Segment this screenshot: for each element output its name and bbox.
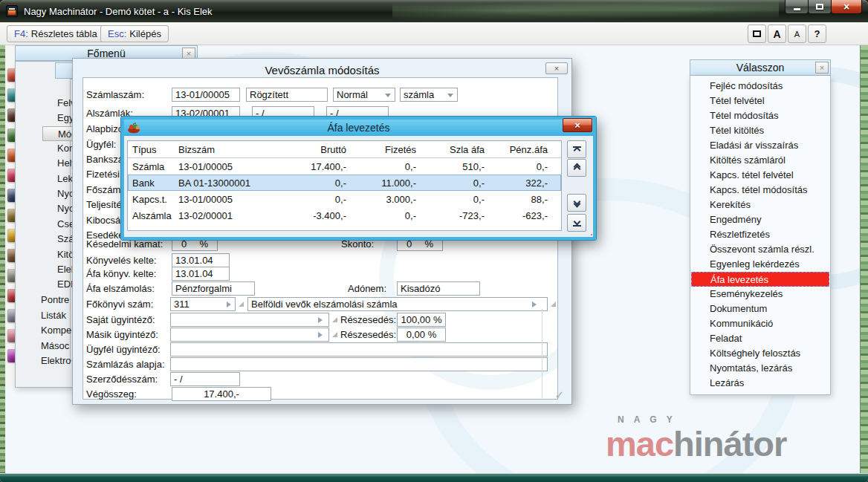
chooser-item[interactable]: Tétel kitöltés <box>690 123 830 138</box>
lookup-arrow-icon[interactable] <box>227 302 231 307</box>
billing-basis-input[interactable] <box>170 357 548 371</box>
billing-basis-label: Számlázás alapja: <box>86 359 165 370</box>
chooser-item[interactable]: Kerekítés <box>690 198 830 212</box>
other-clerk-input[interactable] <box>170 328 329 342</box>
close-button[interactable]: × <box>831 0 862 14</box>
contract-number-input[interactable]: - / <box>170 372 240 386</box>
close-icon: × <box>574 120 580 131</box>
invoice-field-label: Kibocsát <box>86 215 122 227</box>
invoice-number-input[interactable]: 13-01/00005 <box>172 88 240 102</box>
page-down-button[interactable] <box>567 194 586 212</box>
corner-triangle-icon <box>332 317 337 322</box>
font-larger-button[interactable]: A <box>768 25 786 43</box>
window-bottom-band <box>0 473 868 482</box>
invoice-field-label: Alapbizo <box>86 123 122 135</box>
minimize-icon <box>794 8 800 10</box>
client-clerk-label: Ügyfél ügyintéző: <box>86 344 161 355</box>
vat-accounting-input[interactable]: Pénzforgalmi <box>172 281 255 296</box>
chooser-panel-header[interactable]: Válasszon × <box>690 59 831 76</box>
booking-date-input[interactable]: 13.01.04 <box>172 253 230 267</box>
own-clerk-label: Saját ügyintéző: <box>86 314 155 325</box>
share2-input[interactable]: 0,00 % <box>397 328 446 342</box>
chooser-item[interactable]: Dokumentum <box>690 302 830 316</box>
titlebar: Nagy Machinátor - Demó kötet - a - Kis E… <box>0 0 868 22</box>
vat-cell: Bank <box>128 178 174 189</box>
vat-cell: -723,- <box>422 210 490 221</box>
share1-label: Részesedés: <box>340 314 396 325</box>
lookup-arrow-icon[interactable] <box>318 332 323 338</box>
lookup-arrow-icon[interactable] <box>318 317 323 323</box>
chooser-item[interactable]: Eladási ár visszaírás <box>690 138 830 153</box>
exit-button[interactable]: Esc: Kilépés <box>100 25 169 42</box>
brand-logo: NAGY machinátor <box>606 414 862 463</box>
chooser-item[interactable]: Engedmény <box>690 212 830 227</box>
chooser-title: Válasszon <box>736 62 785 74</box>
check-icon: ✓ <box>554 388 564 402</box>
vat-cell: 322,- <box>490 178 554 189</box>
vat-booking-date-input[interactable]: 13.01.04 <box>172 267 230 281</box>
vat-column-header: Típus <box>128 144 174 155</box>
invoice-dialog-close-button[interactable]: × <box>545 62 568 74</box>
window-title: Nagy Machinátor - Demó kötet - a - Kis E… <box>24 6 213 17</box>
chooser-item[interactable]: Lezárás <box>690 376 830 391</box>
vat-table-row[interactable]: Kapcs.t.13-01/000050,-3.000,-0,-88,- <box>128 191 561 207</box>
chooser-item[interactable]: Kommunikáció <box>690 316 830 331</box>
minimize-button[interactable] <box>785 0 809 14</box>
lookup-arrow-icon[interactable] <box>532 302 537 307</box>
restore-button[interactable] <box>808 0 832 14</box>
chooser-item[interactable]: Tétel felvétel <box>690 94 830 108</box>
vat-window-titlebar[interactable]: Áfa levezetés × <box>124 120 593 136</box>
chooser-item[interactable]: Eseménykezelés <box>690 287 830 302</box>
vat-breakdown-window: Áfa levezetés × TípusBizszámBruttóFizeté… <box>121 117 596 240</box>
chooser-item[interactable]: Tétel módosítás <box>690 108 830 123</box>
own-clerk-input[interactable] <box>170 313 329 327</box>
vat-cell: 13-02/00001 <box>174 210 282 221</box>
chooser-item[interactable]: Feladat <box>690 331 830 346</box>
brand-top-text: NAGY <box>618 414 862 425</box>
dropdown-icon <box>385 94 391 97</box>
help-button[interactable]: ? <box>808 25 826 43</box>
chooser-item[interactable]: Nyomtatás, lezárás <box>690 361 830 376</box>
ledger-number-input[interactable]: 311 <box>170 297 236 311</box>
tax-type-input[interactable]: Kisadózó <box>397 281 480 296</box>
detailed-table-button[interactable]: F4: Részletes tábla <box>7 25 105 42</box>
other-clerk-label: Másik ügyintéző: <box>86 329 158 340</box>
vat-table-row[interactable]: Számla13-01/0000517.400,-0,-510,-0,- <box>128 158 561 175</box>
desktop-edge-right <box>860 45 868 473</box>
vat-table-row[interactable]: BankBA 01-130000010,-11.000,-0,-322,- <box>128 175 561 191</box>
chooser-item[interactable]: Összevont számla részl. <box>690 242 830 257</box>
chooser-item[interactable]: Áfa levezetés <box>691 272 829 287</box>
chooser-item[interactable]: Kitöltés számláról <box>690 153 830 168</box>
invoice-kind-dropdown[interactable]: számla <box>400 88 458 102</box>
chooser-item[interactable]: Kapcs. tétel felvétel <box>690 168 830 183</box>
client-clerk-input[interactable] <box>170 342 548 356</box>
vat-close-button[interactable]: × <box>563 118 592 132</box>
page-up-button[interactable] <box>567 159 586 177</box>
scroll-to-bottom-button[interactable] <box>567 214 586 232</box>
vat-booking-date-label: Áfa könyv. kelte: <box>86 268 156 279</box>
vat-table-row[interactable]: Alszámla13-02/00001-3.400,-0,--723,--623… <box>128 207 561 224</box>
invoice-type-dropdown[interactable]: Normál <box>333 88 395 102</box>
chooser-item[interactable]: Fejléc módosítás <box>690 79 830 94</box>
chooser-item[interactable]: Költséghely felosztás <box>690 346 830 361</box>
share2-label: Részesedés: <box>340 329 396 340</box>
ledger-name-input[interactable]: Belföldi vevők elszámolási számla <box>247 297 548 311</box>
resize-grip[interactable] <box>588 228 595 235</box>
invoice-field-label: Fizetési <box>86 169 122 180</box>
scroll-to-top-button[interactable] <box>567 140 586 158</box>
chooser-item[interactable]: Kapcs. tétel módosítás <box>690 183 830 198</box>
vat-cell: 0,- <box>352 161 422 172</box>
vat-cell: 88,- <box>490 194 554 205</box>
chooser-item[interactable]: Egyenleg lekérdezés <box>690 257 830 272</box>
share1-input[interactable]: 100,00 % <box>397 313 446 327</box>
chooser-item[interactable]: Részletfizetés <box>690 227 830 242</box>
vat-cell: -3.400,- <box>282 210 352 221</box>
toolbar: F4: Részletes tábla Esc: Kilépés A A ? <box>0 22 868 45</box>
window-size-button[interactable] <box>748 25 766 43</box>
late-interest-label: Késedelmi kamat: <box>86 238 163 250</box>
close-icon: × <box>187 49 191 58</box>
font-smaller-button[interactable]: A <box>788 25 806 43</box>
invoice-status-input[interactable]: Rögzített <box>246 88 328 102</box>
chooser-close-button[interactable]: × <box>815 62 829 74</box>
total-input[interactable]: 17.400,- <box>172 387 271 401</box>
